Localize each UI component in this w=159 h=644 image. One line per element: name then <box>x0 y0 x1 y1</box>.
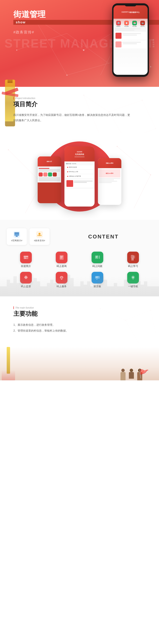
right-phone-body: 建党100周年 <box>98 168 121 184</box>
phone-body: 🏛️ 街道简介 📋 码上咨询 📅 <box>113 19 148 50</box>
svg-line-30 <box>134 175 151 208</box>
svg-rect-42 <box>39 235 40 236</box>
feature-icon-1 <box>20 252 32 263</box>
svg-rect-67 <box>61 279 62 280</box>
person-head-1 <box>121 369 125 372</box>
function-item-2: 2、管理街道里的村信息，审核村上传的数据。 <box>13 328 146 334</box>
item-dot-1 <box>67 167 68 168</box>
feature-icon-3 <box>92 252 103 263</box>
phones-container: 政务大厅 街道管理 元旦的归在 <box>38 146 121 206</box>
phone-icon-2: 📋 码上咨询 <box>124 21 129 27</box>
main-function-section: The main function 主要功能 1、展示政务信息，进行政务管理。 … <box>0 296 159 347</box>
svg-rect-48 <box>60 256 63 256</box>
right-line-4 <box>99 182 112 183</box>
center-phone-body: 最新内容 +MORE 基层生活反馈 特约书法人才库 你看他乡人护旗手事 <box>64 162 95 189</box>
svg-point-13 <box>16 50 17 50</box>
side-label: 街道管理 <box>152 39 155 48</box>
feature-item-4: 码上学习 <box>117 252 149 268</box>
feature-item-6: 码上服务 <box>46 272 78 288</box>
item-dot-2 <box>67 171 68 172</box>
svg-point-62 <box>25 276 27 278</box>
feature-item-8: 一键导航 <box>117 272 149 288</box>
right-line-1 <box>99 178 120 179</box>
phone-line-1 <box>115 28 141 29</box>
tag-icon-1 <box>13 231 20 238</box>
phone-item-2: 特约书法人才库 <box>66 170 93 174</box>
svg-point-41 <box>40 235 42 236</box>
function-title: 主要功能 <box>13 310 146 318</box>
feature-icon-7 <box>92 272 103 284</box>
phone-icon-row-1: 🏛️ 街道简介 📋 码上咨询 📅 <box>114 21 147 27</box>
left-line-1 <box>39 168 49 169</box>
svg-point-31 <box>8 149 9 150</box>
svg-line-6 <box>17 34 67 50</box>
intro-content: Project introduction 项目简介 四川省雅安市开发区，为了响应… <box>13 97 146 123</box>
project-intro-section: Project introduction 项目简介 四川省雅安市开发区，为了响应… <box>0 87 159 133</box>
tag-text-1: #官网展示# <box>11 239 22 242</box>
feature-label-7: 留言板 <box>94 285 101 288</box>
feature-label-8: 一键导航 <box>128 285 138 288</box>
tag-box-1: #官网展示# <box>7 228 27 245</box>
svg-rect-55 <box>96 257 97 257</box>
person-body-1 <box>121 372 126 380</box>
feature-icon-5 <box>20 272 32 284</box>
svg-point-40 <box>37 235 39 236</box>
left-phone: 政务大厅 <box>38 156 61 203</box>
person-body-2 <box>129 372 134 379</box>
svg-rect-60 <box>133 256 135 258</box>
left-line-4 <box>39 178 60 178</box>
feature-icon-2 <box>56 252 67 263</box>
person-2 <box>129 369 134 379</box>
feature-icon-6 <box>56 272 67 284</box>
content-top: #官网展示# #政务宣传# CONTENT <box>7 228 152 245</box>
svg-rect-56 <box>96 258 97 258</box>
left-line-5 <box>39 179 60 180</box>
content-section: #官网展示# #政务宣传# CONTENT <box>0 220 159 296</box>
phone-screen: 街道管理平台 政务服务中心 🏛️ 街道简介 📋 <box>113 5 148 75</box>
bottom-left-deco <box>0 347 17 380</box>
feature-label-6: 码上服务 <box>57 285 67 288</box>
svg-rect-50 <box>60 258 63 258</box>
content-tag-boxes: #官网展示# #政务宣传# <box>7 228 50 245</box>
hero-phone: 街道管理平台 政务服务中心 🏛️ 街道简介 📋 <box>112 3 149 77</box>
svg-point-9 <box>83 50 84 51</box>
center-phone-header: 街道管理 元旦的归在 <box>64 146 95 162</box>
svg-rect-37 <box>16 236 17 236</box>
svg-line-7 <box>67 34 109 64</box>
feature-item-1: 街道简介 <box>10 252 42 268</box>
left-phone-header: 政务大厅 <box>38 156 61 166</box>
left-line-2 <box>39 169 60 170</box>
function-list: 1、展示政务信息，进行政务管理。 2、管理街道里的村信息，审核村上传的数据。 <box>13 322 146 334</box>
svg-rect-36 <box>14 232 19 233</box>
svg-point-39 <box>38 233 41 235</box>
person-1 <box>121 369 126 380</box>
svg-line-3 <box>33 17 67 75</box>
svg-rect-53 <box>99 256 100 259</box>
svg-line-27 <box>8 150 42 183</box>
phone-item-1: 基层生活反馈 <box>66 165 93 169</box>
feature-label-1: 街道简介 <box>21 265 31 268</box>
right-line-2 <box>99 180 114 180</box>
svg-rect-59 <box>131 258 134 260</box>
intro-title: 项目简介 <box>13 100 146 108</box>
center-phone: 街道管理 元旦的归在 最新内容 +MORE 基层生活反馈 特约书法人才库 你看他… <box>64 146 95 206</box>
feature-item-7: 留言板 <box>82 272 113 288</box>
svg-point-78 <box>150 310 151 311</box>
phone-icon-4: 📚 码上学习 <box>140 21 145 27</box>
svg-rect-69 <box>96 277 98 277</box>
right-line-3 <box>99 181 117 182</box>
right-banner: 建党100周年 <box>99 169 120 178</box>
left-line-6 <box>39 180 60 181</box>
intro-desc: 四川省雅安市开发区，为了响应国家号召，做好互联网+政务，解决政策信息传达不及时等… <box>13 112 131 123</box>
item-dot-3 <box>67 176 68 177</box>
tag-icon-2 <box>36 231 43 238</box>
left-line-3 <box>39 171 60 172</box>
right-phone: 党建100周年 建党100周年 <box>98 158 121 205</box>
phone-news-2 <box>114 40 147 48</box>
function-label: The main function <box>13 306 146 309</box>
feature-item-5: 码上监督 <box>10 272 42 288</box>
features-grid: 街道简介 码上咨询 <box>7 252 152 288</box>
phone-outer: 街道管理平台 政务服务中心 🏛️ 街道简介 📋 <box>112 3 149 77</box>
svg-point-71 <box>132 277 134 278</box>
svg-point-21 <box>83 94 84 96</box>
